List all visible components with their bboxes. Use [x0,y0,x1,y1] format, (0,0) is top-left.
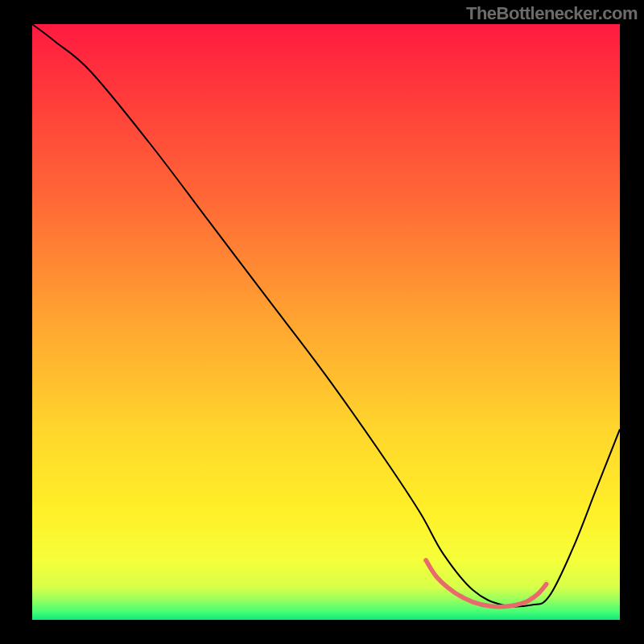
chart-curves [32,24,620,620]
plot-area [32,24,620,620]
chart-container: TheBottlenecker.com [0,0,644,644]
watermark-text: TheBottlenecker.com [466,3,638,24]
bottleneck-curve [32,24,620,607]
